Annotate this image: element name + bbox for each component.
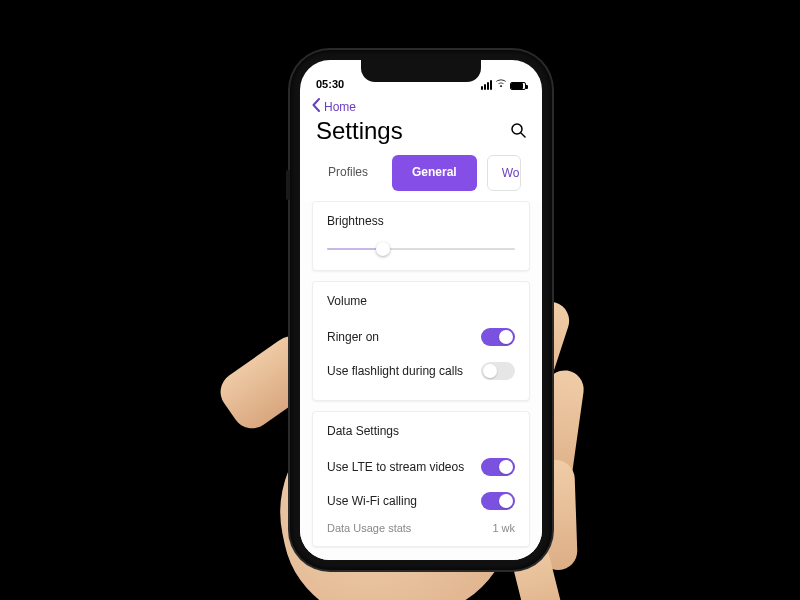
- wifi-calling-label: Use Wi-Fi calling: [327, 494, 417, 508]
- ringer-toggle[interactable]: [481, 328, 515, 346]
- ringer-label: Ringer on: [327, 330, 379, 344]
- phone-screen: 05:30 Home Settings Profiles General: [300, 60, 542, 560]
- settings-scroll[interactable]: Brightness Volume Ringer on Use flashlig…: [300, 201, 542, 560]
- lte-toggle[interactable]: [481, 458, 515, 476]
- tab-general[interactable]: General: [392, 155, 477, 191]
- cell-signal-icon: [481, 80, 492, 90]
- phone-frame: 05:30 Home Settings Profiles General: [290, 50, 552, 570]
- volume-card: Volume Ringer on Use flashlight during c…: [312, 281, 530, 401]
- data-settings-title: Data Settings: [327, 424, 515, 438]
- flashlight-row: Use flashlight during calls: [327, 354, 515, 388]
- back-label: Home: [324, 100, 356, 114]
- wifi-icon: [495, 78, 507, 90]
- data-usage-label: Data Usage stats: [327, 522, 411, 534]
- slider-thumb[interactable]: [376, 242, 390, 256]
- lte-row: Use LTE to stream videos: [327, 450, 515, 484]
- data-usage-row[interactable]: Data Usage stats 1 wk: [327, 518, 515, 534]
- flashlight-label: Use flashlight during calls: [327, 364, 463, 378]
- notch: [361, 60, 481, 82]
- ringer-row: Ringer on: [327, 320, 515, 354]
- flashlight-toggle[interactable]: [481, 362, 515, 380]
- brightness-slider[interactable]: [327, 240, 515, 258]
- search-icon[interactable]: [510, 122, 526, 141]
- chevron-left-icon: [310, 98, 322, 115]
- back-nav[interactable]: Home: [300, 92, 542, 117]
- status-time: 05:30: [316, 78, 344, 90]
- tab-profiles[interactable]: Profiles: [314, 155, 382, 191]
- volume-title: Volume: [327, 294, 515, 308]
- lte-label: Use LTE to stream videos: [327, 460, 464, 474]
- brightness-title: Brightness: [327, 214, 515, 228]
- wifi-calling-row: Use Wi-Fi calling: [327, 484, 515, 518]
- wifi-calling-toggle[interactable]: [481, 492, 515, 510]
- tabs: Profiles General Workspace: [300, 155, 542, 201]
- data-usage-value: 1 wk: [492, 522, 515, 534]
- page-title: Settings: [316, 117, 403, 145]
- data-settings-card: Data Settings Use LTE to stream videos U…: [312, 411, 530, 547]
- brightness-card: Brightness: [312, 201, 530, 271]
- battery-icon: [510, 82, 526, 90]
- svg-line-1: [521, 133, 525, 137]
- tab-workspace[interactable]: Workspace: [487, 155, 521, 191]
